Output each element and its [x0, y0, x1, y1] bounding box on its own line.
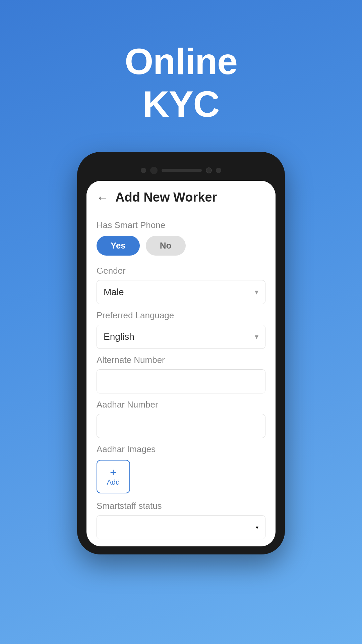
- alternate-number-label: Alternate Number: [97, 355, 265, 365]
- add-image-button[interactable]: + Add: [97, 460, 130, 493]
- notch-dot-center: [150, 167, 158, 174]
- add-button-label: Add: [107, 478, 120, 487]
- notch-dot-left: [141, 168, 146, 173]
- phone-mockup: ← Add New Worker Has Smart Phone Yes No …: [77, 152, 285, 554]
- page-title: Add New Worker: [115, 190, 217, 205]
- gender-label: Gender: [97, 266, 265, 276]
- smartstaff-chevron-icon: ▾: [256, 524, 258, 531]
- gender-chevron-icon: ▾: [255, 288, 258, 297]
- language-label: Preferred Language: [97, 310, 265, 321]
- notch-camera: [206, 167, 212, 173]
- screen-content: ← Add New Worker Has Smart Phone Yes No …: [86, 181, 276, 546]
- phone-frame: ← Add New Worker Has Smart Phone Yes No …: [77, 152, 285, 554]
- language-value: English: [104, 331, 134, 342]
- smart-phone-toggle-group: Yes No: [97, 236, 265, 256]
- aadhar-number-input[interactable]: [97, 414, 265, 438]
- smartstaff-label: Smartstaff status: [97, 501, 265, 511]
- phone-notch: [86, 162, 276, 179]
- app-bar: ← Add New Worker: [86, 181, 276, 211]
- back-button[interactable]: ←: [97, 192, 109, 204]
- form-container: Has Smart Phone Yes No Gender Male ▾ Pre…: [86, 211, 276, 546]
- notch-bar: [162, 169, 202, 172]
- language-select[interactable]: English ▾: [97, 325, 265, 349]
- hero-line1: Online: [125, 40, 237, 83]
- yes-button[interactable]: Yes: [97, 236, 140, 256]
- aadhar-number-label: Aadhar Number: [97, 399, 265, 410]
- alternate-number-input[interactable]: [97, 369, 265, 393]
- smart-phone-label: Has Smart Phone: [97, 220, 265, 230]
- hero-title: Online KYC: [125, 40, 237, 125]
- gender-select[interactable]: Male ▾: [97, 280, 265, 304]
- language-chevron-icon: ▾: [255, 332, 258, 341]
- aadhar-images-label: Aadhar Images: [97, 444, 265, 454]
- phone-screen: ← Add New Worker Has Smart Phone Yes No …: [86, 181, 276, 546]
- notch-dot-right: [216, 168, 221, 173]
- smartstaff-select[interactable]: ▾: [97, 515, 265, 539]
- gender-value: Male: [104, 287, 124, 298]
- no-button[interactable]: No: [146, 236, 186, 256]
- plus-icon: +: [110, 467, 117, 478]
- hero-line2: KYC: [125, 83, 237, 125]
